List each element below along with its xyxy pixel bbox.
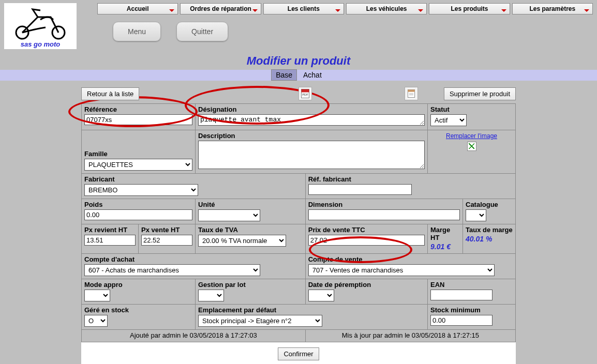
compte-achat-select[interactable]: 607 - Achats de marchandises [84,264,260,276]
nav-ordres-reparation[interactable]: Ordres de réparation [180,3,261,14]
content-wrap: Retour à la liste PDF Supprimer le produ… [0,81,597,364]
date-peremption-label: Date de péremption [308,281,425,289]
page-title: Modifier un produit [0,52,597,70]
emplacement-label: Emplacement par défaut [198,306,425,314]
confirm-button[interactable]: Confirmer [278,347,319,360]
famille-select[interactable]: PLAQUETTES [84,159,192,171]
nav-accueil[interactable]: Accueil [97,3,178,14]
confirm-row: Confirmer [81,342,516,364]
logo-block: sas go moto [4,3,77,49]
product-form-table: Référence Désignation plaquette avant tm… [81,103,516,342]
reference-label: Référence [84,105,192,113]
famille-label: Famille [84,150,192,158]
date-peremption-select[interactable] [308,290,334,301]
svg-rect-3 [302,89,309,93]
svg-text:PDF: PDF [302,93,308,96]
reference-input[interactable] [84,114,192,125]
nav-vehicules[interactable]: Les véhicules [346,3,427,14]
poids-label: Poids [84,201,192,208]
ean-label: EAN [430,281,513,289]
marge-ht-value: 9.01 € [430,242,451,251]
menu-button[interactable]: Menu [113,22,161,41]
unite-label: Unité [198,201,303,208]
prix-vente-ttc-label: Prix de vente TTC [308,226,425,234]
taux-marge-label: Taux de marge [466,226,513,234]
brand-name: sas go moto [5,40,76,48]
designation-label: Désignation [198,105,425,113]
ean-input[interactable] [430,290,492,300]
form-area: Retour à la liste PDF Supprimer le produ… [81,86,516,364]
taux-tva-label: Taux de TVA [198,226,303,234]
compte-vente-label: Compte de vente [308,255,513,263]
audit-created: Ajouté par admin le 03/05/2018 à 17:27:0… [82,330,306,342]
tabs-bar: Base Achat [0,70,597,81]
gere-stock-select[interactable]: O [84,315,108,327]
tab-achat[interactable]: Achat [299,70,326,80]
motorcycle-logo-icon [9,4,71,40]
gestion-lot-select[interactable] [198,290,224,301]
fabricant-label: Fabricant [84,175,303,183]
mode-appro-label: Mode appro [84,281,192,289]
description-input[interactable] [198,141,425,169]
tab-base[interactable]: Base [271,69,297,81]
catalogue-select[interactable] [466,209,486,221]
ref-fabricant-input[interactable] [308,184,412,195]
marge-ht-label: Marge HT [430,226,460,241]
description-label: Description [198,132,425,140]
catalogue-label: Catalogue [466,201,513,208]
svg-rect-6 [408,90,414,92]
px-vente-ht-input[interactable] [141,235,192,246]
audit-updated: Mis à jour par admin le 03/05/2018 à 17:… [305,330,515,342]
gestion-lot-label: Gestion par lot [198,281,303,289]
dimension-label: Dimension [308,201,460,208]
back-to-list-button[interactable]: Retour à la liste [81,87,139,100]
ref-fabricant-label: Réf. fabricant [308,175,513,183]
replace-image-link[interactable]: Remplacer l'image [446,132,497,140]
action-row: Retour à la liste PDF Supprimer le produ… [81,86,516,101]
pdf-icon[interactable]: PDF [298,87,312,100]
taux-marge-value: 40.01 % [466,235,492,243]
quit-button[interactable]: Quitter [176,22,228,41]
px-revient-ht-label: Px revient HT [84,226,136,234]
prix-vente-ttc-input[interactable] [308,235,425,246]
taux-tva-select[interactable]: 20.00 % TVA normale [198,235,286,247]
unite-select[interactable] [198,209,260,221]
nav-clients[interactable]: Les clients [263,3,344,14]
emplacement-select[interactable]: Stock principal -> Etagère n°2 [198,315,322,327]
nav-parametres[interactable]: Les paramètres [512,3,593,14]
delete-product-button[interactable]: Supprimer le produit [444,87,516,100]
top-bar: sas go moto Accueil Ordres de réparation… [0,0,597,52]
gere-stock-label: Géré en stock [84,306,192,314]
header-right: Accueil Ordres de réparation Les clients… [97,3,593,41]
stock-min-input[interactable] [430,315,492,326]
main-nav: Accueil Ordres de réparation Les clients… [97,3,593,14]
dimension-input[interactable] [308,209,460,220]
statut-select[interactable]: Actif [430,114,467,126]
statut-label: Statut [430,105,513,113]
compte-achat-label: Compte d'achat [84,255,303,263]
designation-input[interactable]: plaquette avant tmax [198,114,425,126]
stock-min-label: Stock minimum [430,306,513,314]
fabricant-select[interactable]: BREMBO [84,184,198,196]
broken-image-icon [467,142,476,151]
px-revient-ht-input[interactable] [84,235,136,246]
nav-produits[interactable]: Les produits [429,3,510,14]
px-vente-ht-label: Px vente HT [141,226,192,234]
poids-input[interactable] [84,209,192,220]
compte-vente-select[interactable]: 707 - Ventes de marchandises [308,264,495,276]
header-buttons: Menu Quitter [97,22,593,41]
mode-appro-select[interactable] [84,290,110,301]
document-icon[interactable] [405,87,418,100]
